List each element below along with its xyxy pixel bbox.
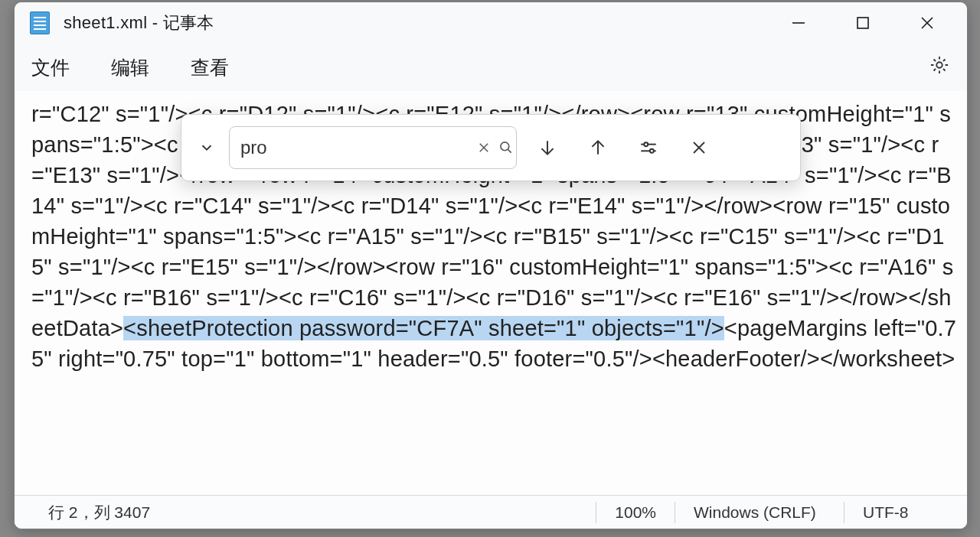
find-search-button[interactable] [498,140,514,155]
svg-point-14 [650,149,654,153]
status-position: 行 2，列 3407 [30,502,168,523]
find-close-button[interactable] [679,128,719,168]
maximize-icon [856,16,870,30]
status-lineending: Windows (CRLF) [675,503,844,522]
window-title: sheet1.xml - 记事本 [64,11,214,34]
titlebar: sheet1.xml - 记事本 [15,2,967,44]
find-next-button[interactable] [528,128,567,168]
settings-button[interactable] [929,54,950,80]
window-controls [782,6,958,40]
chevron-down-icon [198,139,215,156]
svg-point-12 [644,142,648,146]
svg-line-8 [508,150,511,153]
search-icon [498,140,514,155]
x-icon [477,141,491,155]
menu-file[interactable]: 文件 [31,55,70,80]
svg-point-4 [936,62,942,67]
find-prev-button[interactable] [578,128,618,168]
svg-rect-1 [858,18,868,28]
arrow-up-icon [588,138,608,158]
find-options-button[interactable] [629,128,668,168]
find-clear-button[interactable] [477,141,491,155]
find-bar [181,114,801,181]
gear-icon [929,54,950,76]
minimize-button[interactable] [782,6,815,40]
statusbar: 行 2，列 3407 100% Windows (CRLF) UTF-8 [15,495,967,529]
find-input-box [229,126,517,169]
status-zoom[interactable]: 100% [596,503,675,522]
notepad-window: sheet1.xml - 记事本 文件 编辑 查看 r="C12" s="1 [14,2,968,529]
close-button[interactable] [910,6,944,40]
menubar: 文件 编辑 查看 [15,44,967,91]
status-encoding: UTF-8 [844,503,952,522]
notepad-icon [30,11,50,34]
minimize-icon [791,15,806,31]
find-input[interactable] [240,137,469,158]
menu-edit[interactable]: 编辑 [111,55,149,80]
svg-point-7 [501,142,509,151]
close-icon [920,15,935,31]
maximize-button[interactable] [846,6,880,40]
selected-text: <sheetProtection password="CF7A" sheet="… [123,316,724,340]
menu-view[interactable]: 查看 [191,55,229,80]
arrow-down-icon [537,138,557,158]
sliders-icon [639,138,658,158]
find-expand-button[interactable] [195,139,218,156]
close-icon [690,138,708,157]
editor-area: r="C12" s="1"/><c r="D12" s="1"/><c r="E… [15,91,967,495]
